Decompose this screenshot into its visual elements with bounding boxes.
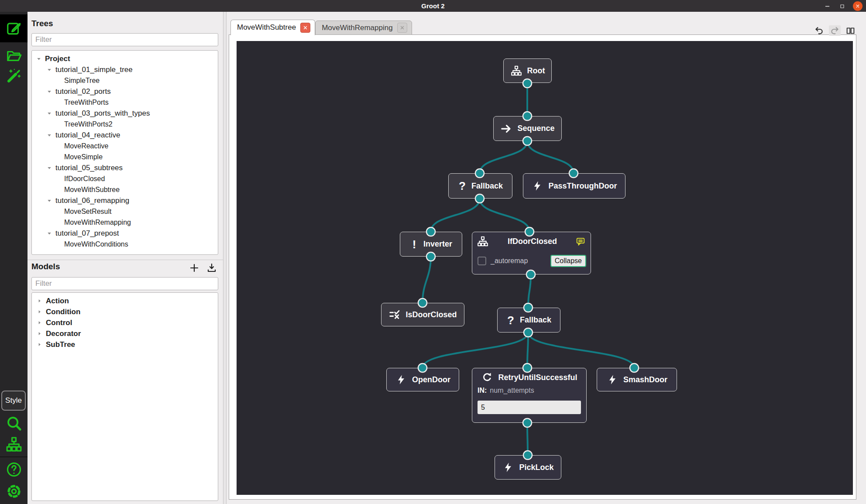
tree-item-leaf[interactable]: MoveWithRemapping	[32, 217, 218, 228]
titlebar: Groot 2	[0, 0, 866, 12]
rail-editor-button[interactable]	[0, 14, 27, 42]
port[interactable]	[524, 303, 533, 312]
port[interactable]	[523, 112, 532, 120]
tree-item-group[interactable]: tutorial_02_ports	[32, 86, 218, 97]
tree-item-label: tutorial_05_subtrees	[55, 164, 123, 172]
tree-item-leaf[interactable]: MoveWithSubtree	[32, 184, 218, 195]
port[interactable]	[523, 418, 532, 427]
minimize-button[interactable]	[822, 1, 832, 11]
tree-item-leaf[interactable]: TreeWithPorts2	[32, 119, 218, 130]
port[interactable]	[523, 79, 532, 88]
tree-item-label: tutorial_03_ports_with_types	[55, 109, 150, 118]
tree-item-group[interactable]: tutorial_06_remapping	[32, 195, 218, 206]
close-button[interactable]	[853, 1, 863, 11]
tab-close-button[interactable]	[300, 23, 310, 33]
node-label: IsDoorClosed	[406, 310, 457, 319]
port[interactable]	[523, 363, 532, 372]
sidebar: Trees Projecttutorial_01_simple_treeSimp…	[27, 12, 223, 504]
tree-item-project[interactable]: Project	[32, 53, 218, 64]
model-category-label: Condition	[46, 308, 80, 316]
models-panel-title: Models	[31, 262, 60, 271]
add-model-button[interactable]	[189, 263, 199, 273]
port[interactable]	[523, 137, 532, 145]
model-category-subtree[interactable]: SubTree	[32, 339, 218, 350]
model-category-action[interactable]: Action	[32, 295, 218, 306]
autoremap-label: _autoremap	[491, 257, 528, 265]
caret-icon	[47, 111, 52, 116]
rail-help-button[interactable]	[0, 459, 27, 480]
port[interactable]	[418, 298, 427, 307]
window-title: Groot 2	[0, 0, 866, 12]
rail-open-project-button[interactable]	[0, 45, 27, 67]
rail-divider	[0, 456, 27, 457]
port[interactable]	[569, 169, 578, 178]
trees-filter-input[interactable]	[31, 33, 218, 46]
port[interactable]	[426, 227, 435, 236]
import-models-button[interactable]	[206, 263, 217, 273]
tree-item-label: MoveSimple	[64, 153, 103, 161]
split-view-icon	[846, 26, 855, 35]
maximize-button[interactable]	[837, 1, 847, 11]
tree-item-group[interactable]: tutorial_04_reactive	[32, 130, 218, 141]
tree-item-leaf[interactable]: TreeWithPorts	[32, 97, 218, 108]
node-label: Root	[527, 66, 545, 75]
caret-icon	[47, 198, 52, 203]
node-retryuntilsuccessful[interactable]: RetryUntilSuccessfulIN:num_attempts	[472, 368, 587, 423]
tree-item-leaf[interactable]: MoveSetResult	[32, 206, 218, 217]
tree-item-leaf[interactable]: MoveReactive	[32, 141, 218, 151]
redo-button[interactable]	[829, 25, 841, 36]
node-ifdoorclosed[interactable]: IfDoorClosed_autoremapCollapse	[472, 232, 591, 274]
close-icon	[856, 4, 860, 8]
tree-item-group[interactable]: tutorial_05_subtrees	[32, 162, 218, 173]
undo-button[interactable]	[813, 25, 825, 36]
tab-close-button[interactable]	[397, 23, 407, 33]
caret-icon	[37, 331, 42, 336]
port[interactable]	[475, 194, 484, 203]
edge	[528, 274, 531, 308]
port[interactable]	[524, 328, 533, 337]
settings-icon	[6, 483, 22, 500]
workspace: MoveWithSubtreeMoveWithRemapping RootSeq…	[227, 12, 866, 504]
model-category-control[interactable]: Control	[32, 317, 218, 328]
rail-settings-button[interactable]	[0, 481, 27, 501]
tree-item-group[interactable]: tutorial_01_simple_tree	[32, 64, 218, 75]
tree-item-group[interactable]: tutorial_07_prepost	[32, 228, 218, 239]
port[interactable]	[526, 270, 535, 279]
model-category-label: Decorator	[46, 329, 81, 338]
subtree-icon	[510, 65, 522, 76]
autoremap-checkbox[interactable]	[478, 257, 486, 265]
split-view-button[interactable]	[845, 25, 856, 36]
tree-item-label: TreeWithPorts2	[64, 120, 113, 128]
caret-icon	[37, 320, 42, 325]
port-value-input[interactable]	[478, 401, 581, 414]
port[interactable]	[426, 252, 435, 261]
port[interactable]	[475, 169, 484, 178]
subtree-icon	[477, 236, 489, 247]
rail-tree-layout-button[interactable]	[0, 434, 27, 454]
caret-icon	[37, 298, 42, 303]
model-category-label: SubTree	[46, 340, 75, 349]
model-category-decorator[interactable]: Decorator	[32, 328, 218, 339]
port[interactable]	[630, 363, 639, 372]
models-filter-input[interactable]	[31, 277, 218, 290]
rail-wizard-button[interactable]	[0, 65, 27, 87]
rail-search-button[interactable]	[0, 413, 27, 433]
tree-item-leaf[interactable]: SimpleTree	[32, 75, 218, 86]
model-category-condition[interactable]: Condition	[32, 306, 218, 317]
tree-item-leaf[interactable]: IfDoorClosed	[32, 173, 218, 184]
port[interactable]	[523, 451, 532, 459]
collapse-button[interactable]: Collapse	[550, 255, 586, 267]
port[interactable]	[525, 227, 534, 236]
sidebar-splitter[interactable]	[223, 12, 227, 504]
tab-label: MoveWithSubtree	[237, 23, 296, 32]
port[interactable]	[418, 363, 427, 372]
graph-canvas[interactable]: RootSequence?FallbackPassThroughDoor!Inv…	[237, 41, 853, 495]
tab-movewithremapping[interactable]: MoveWithRemapping	[315, 21, 412, 35]
tree-item-leaf[interactable]: MoveWithConditions	[32, 239, 218, 250]
editor-icon	[6, 20, 22, 37]
tree-item-leaf[interactable]: MoveSimple	[32, 151, 218, 162]
tree-item-label: Project	[45, 55, 70, 63]
tab-movewithsubtree[interactable]: MoveWithSubtree	[230, 20, 315, 35]
tree-item-group[interactable]: tutorial_03_ports_with_types	[32, 108, 218, 119]
rail-style-button[interactable]: Style	[1, 391, 26, 411]
